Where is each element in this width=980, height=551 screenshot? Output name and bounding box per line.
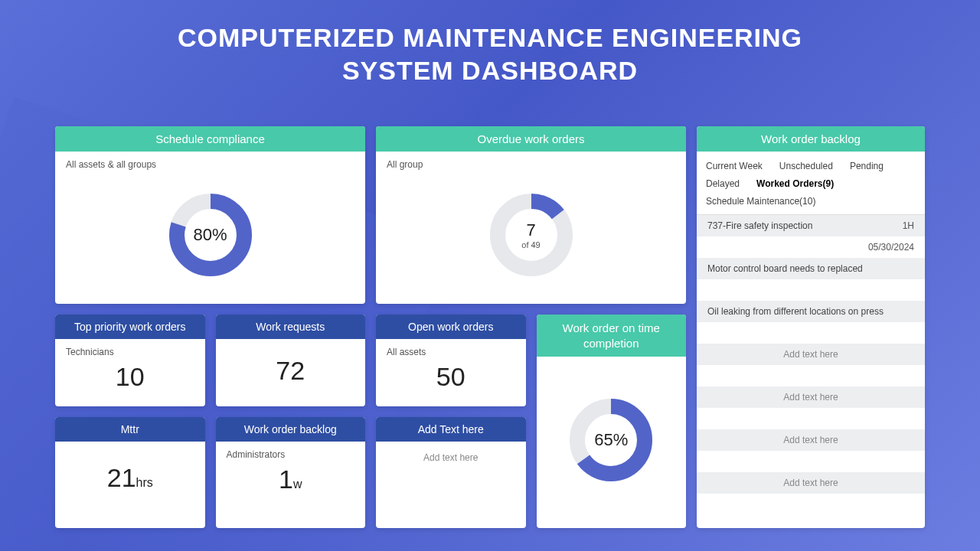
card-ontime-completion: Work order on time completion 65% bbox=[537, 315, 687, 528]
backlog-row[interactable]: Add text here bbox=[697, 386, 925, 408]
donut-value: 65% bbox=[594, 430, 628, 450]
card-subtitle: All assets & all groups bbox=[55, 152, 365, 170]
page-title-line2: SYSTEM DASHBOARD bbox=[0, 54, 980, 87]
stat-value: 10 bbox=[55, 357, 205, 404]
card-header: Schedule compliance bbox=[55, 126, 365, 152]
backlog-row[interactable]: Add text here bbox=[697, 344, 925, 365]
backlog-row: Oil leaking from different locations on … bbox=[697, 301, 925, 322]
backlog-row bbox=[697, 365, 925, 386]
tab-pending[interactable]: Pending bbox=[850, 158, 884, 175]
card-subtitle: All group bbox=[376, 152, 686, 170]
donut-sub: of 49 bbox=[521, 240, 540, 249]
card-header: Open work orders bbox=[376, 315, 526, 339]
column-left: Schedule compliance All assets & all gro… bbox=[55, 126, 365, 528]
donut-ontime: 65% bbox=[565, 394, 657, 486]
donut-schedule: 80% bbox=[165, 189, 256, 281]
stat-value: 21hrs bbox=[55, 442, 205, 505]
card-header: Work order backlog bbox=[216, 417, 366, 442]
card-header: Overdue work orders bbox=[376, 126, 686, 152]
backlog-tabs: Current Week Unscheduled Pending Delayed… bbox=[697, 152, 925, 214]
card-add-text: Add Text here Add text here bbox=[376, 417, 526, 528]
card-overdue: Overdue work orders All group 7of 49 bbox=[376, 126, 686, 304]
stat-value: 1w bbox=[216, 460, 366, 507]
card-header: Work order on time completion bbox=[537, 315, 687, 357]
backlog-row bbox=[697, 279, 925, 301]
page-title: COMPUTERIZED MAINTENANCE ENGINEERING SYS… bbox=[0, 0, 980, 86]
donut-value: 7 bbox=[526, 220, 535, 240]
tab-schedule-maintenance[interactable]: Schedule Maintenance(10) bbox=[706, 193, 815, 210]
tab-current-week[interactable]: Current Week bbox=[706, 158, 763, 175]
tab-unscheduled[interactable]: Unscheduled bbox=[779, 158, 833, 175]
card-header: Mttr bbox=[55, 417, 205, 442]
card-header: Add Text here bbox=[376, 417, 526, 442]
card-mttr: Mttr 21hrs bbox=[55, 417, 205, 528]
backlog-row[interactable]: Add text here bbox=[697, 472, 925, 494]
card-work-requests: Work requests 72 bbox=[216, 315, 366, 406]
backlog-row: Motor control board needs to replaced bbox=[697, 258, 925, 279]
card-subtitle: All assets bbox=[376, 339, 526, 357]
backlog-row bbox=[697, 408, 925, 429]
backlog-row[interactable]: Add text here bbox=[697, 429, 925, 451]
card-subtitle: Technicians bbox=[55, 339, 205, 357]
backlog-row bbox=[697, 322, 925, 344]
card-schedule-compliance: Schedule compliance All assets & all gro… bbox=[55, 126, 365, 304]
placeholder-text[interactable]: Add text here bbox=[376, 442, 526, 477]
backlog-row bbox=[697, 451, 925, 472]
card-header: Work order backlog bbox=[697, 126, 925, 152]
stat-value: 50 bbox=[376, 357, 526, 404]
card-top-priority: Top priority work orders Technicians 10 bbox=[55, 315, 205, 406]
card-work-order-backlog: Work order backlog Current Week Unschedu… bbox=[697, 126, 925, 528]
card-wo-backlog-small: Work order backlog Administrators 1w bbox=[216, 417, 366, 528]
backlog-list: 737-Fire safety inspection1H 05/30/2024M… bbox=[697, 214, 925, 494]
page-title-line1: COMPUTERIZED MAINTENANCE ENGINEERING bbox=[0, 21, 980, 54]
column-middle: Overdue work orders All group 7of 49 Ope… bbox=[376, 126, 686, 528]
donut-value: 80% bbox=[193, 225, 227, 245]
card-header: Top priority work orders bbox=[55, 315, 205, 339]
donut-overdue: 7of 49 bbox=[485, 189, 577, 281]
stat-value: 72 bbox=[216, 339, 366, 398]
column-right: Work order backlog Current Week Unschedu… bbox=[697, 126, 925, 528]
card-subtitle: Administrators bbox=[216, 442, 366, 460]
card-header: Work requests bbox=[216, 315, 366, 339]
tab-worked-orders[interactable]: Worked Orders(9) bbox=[756, 175, 834, 193]
card-open-wo: Open work orders All assets 50 bbox=[376, 315, 526, 406]
tab-delayed[interactable]: Delayed bbox=[706, 175, 740, 193]
backlog-row: 05/30/2024 bbox=[697, 236, 925, 258]
dashboard-grid: Schedule compliance All assets & all gro… bbox=[55, 126, 925, 528]
backlog-row: 737-Fire safety inspection1H bbox=[697, 215, 925, 236]
